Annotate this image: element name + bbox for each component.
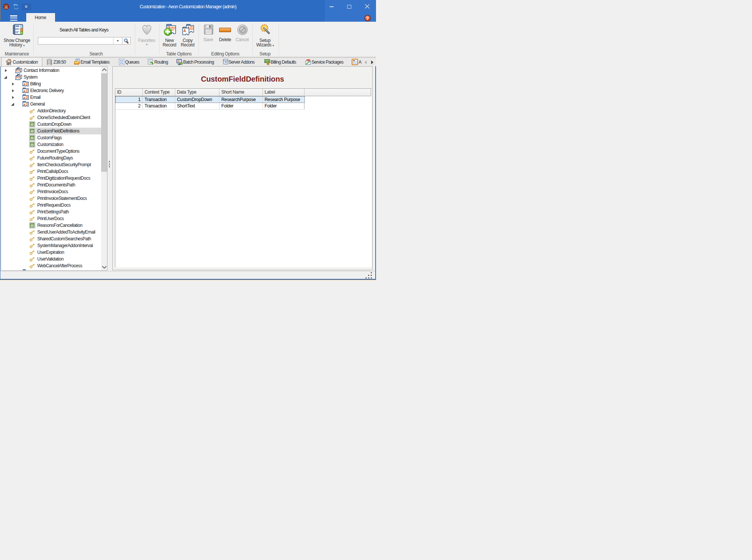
svg-text:A: A xyxy=(178,60,180,63)
svg-text:A: A xyxy=(23,89,25,93)
svg-text:?: ? xyxy=(366,16,369,21)
svg-text:A: A xyxy=(183,28,186,33)
svg-text:A: A xyxy=(23,96,25,100)
svg-text:A: A xyxy=(23,103,25,106)
svg-text:A: A xyxy=(23,83,25,86)
